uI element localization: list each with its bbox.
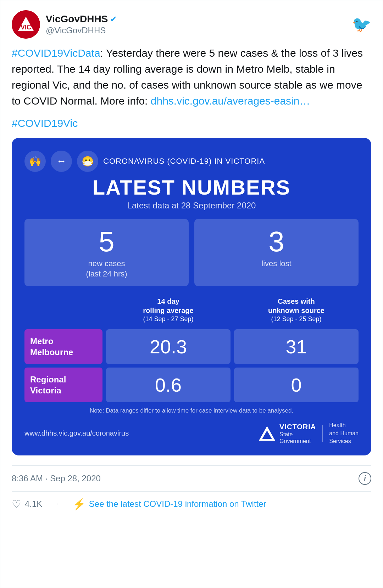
- icon-distancing: ↔️: [51, 151, 72, 172]
- card-footer: www.dhhs.vic.gov.au/coronavirus VICTORIA…: [24, 421, 359, 445]
- tweet-card: VIC VicGovDHHS ✔ @VicGovDHHS 🐦 #COVID19V…: [0, 0, 383, 588]
- tweet-body: #COVID19VicData: Yesterday there were 5 …: [12, 45, 371, 109]
- tweet-header-left: VIC VicGovDHHS ✔ @VicGovDHHS: [12, 10, 117, 39]
- twitter-icon: 🐦: [352, 15, 371, 34]
- note-text: Note: Data ranges differ to allow time f…: [24, 407, 359, 414]
- info-card-header: 🙌 ↔️ 😷 CORONAVIRUS (COVID-19) IN VICTORI…: [24, 151, 359, 172]
- footer-divider: [322, 425, 323, 442]
- vic-triangle-svg: [258, 425, 276, 442]
- info-subtitle: Latest data at 28 September 2020: [24, 201, 359, 211]
- lives-lost-number: 3: [201, 228, 351, 256]
- info-button[interactable]: i: [359, 472, 371, 485]
- infographic-card: 🙌 ↔️ 😷 CORONAVIRUS (COVID-19) IN VICTORI…: [12, 138, 371, 455]
- tweet-timestamp: 8:36 AM · Sep 28, 2020: [12, 474, 101, 483]
- col-header-rolling-dates: (14 Sep - 27 Sep): [109, 315, 228, 323]
- retweet-action[interactable]: ⚡ See the latest COVID-19 information on…: [72, 498, 266, 510]
- account-name-row: VicGovDHHS ✔: [46, 13, 117, 25]
- likes-count: 4.1K: [25, 499, 42, 509]
- hashtag1[interactable]: #COVID19VicData: [12, 47, 100, 59]
- tweet-actions: ♡ 4.1K · ⚡ See the latest COVID-19 infor…: [12, 491, 371, 521]
- vic-state-sub: StateGovernment: [279, 431, 316, 444]
- data-table: 14 dayrolling average(14 Sep - 27 Sep) C…: [24, 295, 359, 402]
- stat-lives-lost: 3 lives lost: [194, 219, 359, 286]
- new-cases-number: 5: [32, 228, 182, 256]
- new-cases-label: new cases(last 24 hrs): [32, 259, 182, 279]
- action-divider: ·: [56, 501, 58, 507]
- metro-rolling-avg: 20.3: [106, 329, 231, 364]
- row-regional-label: RegionalVictoria: [24, 368, 102, 402]
- account-name[interactable]: VicGovDHHS: [46, 13, 108, 25]
- heart-icon: ♡: [12, 498, 21, 510]
- victoria-logo: VICTORIA StateGovernment Healthand Human…: [258, 421, 359, 445]
- metro-unknown-cases: 31: [234, 329, 359, 364]
- col-header-unknown: Cases withunknown source(12 Sep - 25 Sep…: [234, 295, 359, 325]
- icon-handwash: 🙌: [24, 151, 46, 172]
- info-header-text: CORONAVIRUS (COVID-19) IN VICTORIA: [103, 157, 265, 166]
- info-title: LATEST NUMBERS: [24, 175, 359, 199]
- svg-text:VIC: VIC: [21, 24, 31, 31]
- verified-icon: ✔: [110, 14, 117, 24]
- account-info: VicGovDHHS ✔ @VicGovDHHS: [46, 13, 117, 35]
- col-header-unknown-dates: (12 Sep - 25 Sep): [237, 315, 356, 323]
- tweet-link[interactable]: dhhs.vic.gov.au/averages-easin…: [151, 95, 310, 107]
- account-handle[interactable]: @VicGovDHHS: [46, 26, 117, 35]
- stat-new-cases: 5 new cases(last 24 hrs): [24, 219, 189, 286]
- like-action[interactable]: ♡ 4.1K: [12, 498, 42, 510]
- hashtag2[interactable]: #COVID19Vic: [12, 117, 78, 129]
- tweet-footer: 8:36 AM · Sep 28, 2020 i: [12, 465, 371, 491]
- regional-rolling-avg: 0.6: [106, 368, 231, 402]
- regional-unknown-cases: 0: [234, 368, 359, 402]
- hashtag2-line: #COVID19Vic: [12, 117, 371, 129]
- dept-label: Healthand HumanServices: [329, 421, 359, 445]
- icon-mask: 😷: [77, 151, 98, 172]
- top-stats: 5 new cases(last 24 hrs) 3 lives lost: [24, 219, 359, 286]
- vic-state-label: VICTORIA: [279, 422, 316, 431]
- retweet-label[interactable]: See the latest COVID-19 information on T…: [89, 499, 266, 509]
- footer-url: www.dhhs.vic.gov.au/coronavirus: [24, 429, 129, 437]
- tweet-header: VIC VicGovDHHS ✔ @VicGovDHHS 🐦: [12, 10, 371, 39]
- lives-lost-label: lives lost: [201, 259, 351, 269]
- col-header-rolling: 14 dayrolling average(14 Sep - 27 Sep): [106, 295, 231, 325]
- avatar[interactable]: VIC: [12, 10, 40, 39]
- retweet-icon: ⚡: [72, 498, 85, 510]
- row-metro-label: Metro Melbourne: [24, 329, 102, 364]
